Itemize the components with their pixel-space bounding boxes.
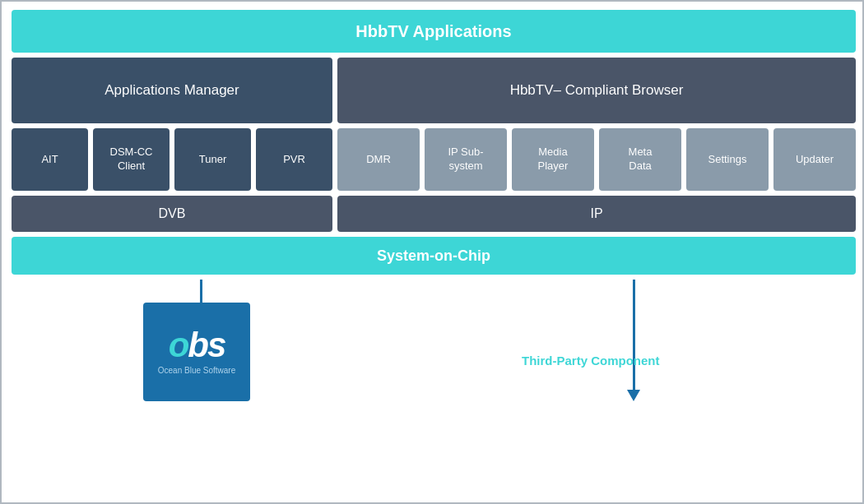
module-dsmcc: DSM-CCClient bbox=[93, 128, 170, 191]
module-ipsub: IP Sub-system bbox=[425, 128, 507, 191]
module-dmr-label: DMR bbox=[366, 153, 391, 167]
bottom-row: obs Ocean Blue Software Third-Party Comp… bbox=[12, 280, 856, 411]
module-settings: Settings bbox=[686, 128, 769, 191]
module-mediaplayer: MediaPlayer bbox=[512, 128, 594, 191]
module-pvr-label: PVR bbox=[283, 153, 305, 167]
module-dmr: DMR bbox=[337, 128, 420, 191]
obs-letter-b: b bbox=[188, 326, 207, 364]
module-updater-label: Updater bbox=[796, 153, 834, 167]
hbbtv-browser-box: HbbTV– Compliant Browser bbox=[337, 58, 856, 123]
hbbtv-browser-label: HbbTV– Compliant Browser bbox=[510, 82, 684, 99]
ip-arrow bbox=[627, 280, 640, 401]
module-ipsub-label: IP Sub-system bbox=[448, 146, 483, 173]
diagram-wrapper: HbbTV Applications Applications Manager … bbox=[0, 0, 864, 504]
obs-logo-container: obs Ocean Blue Software bbox=[143, 303, 250, 401]
module-tuner: Tuner bbox=[174, 128, 251, 191]
module-ait-label: AIT bbox=[41, 153, 58, 167]
module-pvr: PVR bbox=[256, 128, 332, 191]
dvb-modules-group: AIT DSM-CCClient Tuner PVR bbox=[12, 128, 332, 191]
ip-box: IP bbox=[337, 196, 856, 232]
third-party-label-container: Third-Party Component bbox=[522, 354, 660, 368]
module-tuner-label: Tuner bbox=[199, 153, 226, 167]
applications-manager-box: Applications Manager bbox=[12, 58, 332, 123]
applications-manager-label: Applications Manager bbox=[105, 82, 239, 99]
module-mediaplayer-label: MediaPlayer bbox=[538, 146, 569, 173]
ip-modules-group: DMR IP Sub-system MediaPlayer MetaData S… bbox=[337, 128, 856, 191]
ip-label: IP bbox=[590, 206, 602, 221]
ip-arrow-shaft bbox=[633, 280, 635, 390]
hbbtv-applications-bar: HbbTV Applications bbox=[12, 10, 856, 53]
obs-letter-o: o bbox=[169, 326, 188, 364]
dvb-label: DVB bbox=[159, 206, 186, 221]
managers-row: Applications Manager HbbTV– Compliant Br… bbox=[12, 58, 856, 123]
obs-subtitle: Ocean Blue Software bbox=[158, 366, 236, 376]
module-settings-label: Settings bbox=[708, 153, 747, 167]
dvb-ip-row: DVB IP bbox=[12, 196, 856, 232]
module-dsmcc-label: DSM-CCClient bbox=[110, 146, 153, 173]
module-metadata: MetaData bbox=[599, 128, 681, 191]
third-party-label: Third-Party Component bbox=[522, 354, 660, 368]
system-on-chip-label: System-on-Chip bbox=[377, 247, 490, 265]
module-metadata-label: MetaData bbox=[629, 146, 653, 173]
obs-letter-s: s bbox=[207, 326, 225, 364]
module-updater: Updater bbox=[773, 128, 856, 191]
dvb-box: DVB bbox=[12, 196, 332, 232]
diagram-container: HbbTV Applications Applications Manager … bbox=[2, 2, 864, 504]
module-ait: AIT bbox=[12, 128, 88, 191]
modules-row: AIT DSM-CCClient Tuner PVR DMR IP Sub-sy… bbox=[12, 128, 856, 191]
system-on-chip-bar: System-on-Chip bbox=[12, 237, 856, 275]
obs-logo-text: obs bbox=[169, 328, 225, 363]
ip-arrow-head bbox=[627, 390, 640, 401]
hbbtv-applications-label: HbbTV Applications bbox=[355, 22, 511, 41]
